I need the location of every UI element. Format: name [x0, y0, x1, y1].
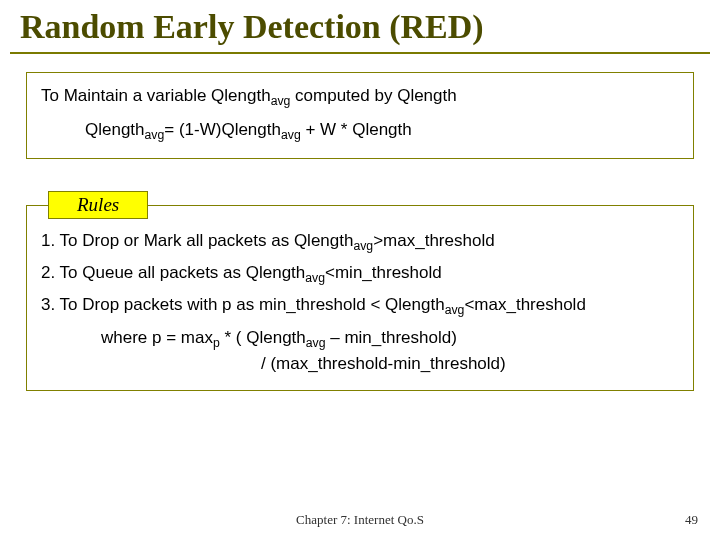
- rule1-sub: avg: [353, 240, 373, 254]
- definition-box: To Maintain a variable Qlengthavg comput…: [26, 72, 694, 159]
- rule1-a: 1. To Drop or Mark all packets as Qlengt…: [41, 231, 353, 250]
- def-sub1: avg: [271, 94, 291, 108]
- rule-3: 3. To Drop packets with p as min_thresho…: [41, 290, 679, 322]
- rule2-b: <min_threshold: [325, 263, 442, 282]
- where-line1: where p = maxp * ( Qlengthavg – min_thre…: [101, 326, 679, 353]
- rule-2: 2. To Queue all packets as Qlengthavg<mi…: [41, 258, 679, 290]
- rules-box: 1. To Drop or Mark all packets as Qlengt…: [26, 205, 694, 391]
- rule3-a: 3. To Drop packets with p as min_thresho…: [41, 295, 445, 314]
- where-c: – min_threshold): [326, 328, 457, 347]
- rule1-b: >max_threshold: [373, 231, 494, 250]
- rules-label: Rules: [48, 191, 148, 219]
- where-line2: / (max_threshold-min_threshold): [261, 352, 679, 376]
- slide: Random Early Detection (RED) To Maintain…: [0, 0, 720, 540]
- title-underline: [10, 52, 710, 54]
- formula-b: = (1-W)Qlength: [164, 120, 281, 139]
- footer-page-number: 49: [685, 512, 698, 528]
- formula-line: Qlengthavg= (1-W)Qlengthavg + W * Qlengt…: [85, 117, 679, 145]
- rule3-sub: avg: [445, 303, 465, 317]
- definition-line: To Maintain a variable Qlengthavg comput…: [41, 83, 679, 111]
- where-block: where p = maxp * ( Qlengthavg – min_thre…: [101, 326, 679, 376]
- rule2-sub: avg: [305, 272, 325, 286]
- def-text-b: computed by Qlength: [290, 86, 456, 105]
- rule-1: 1. To Drop or Mark all packets as Qlengt…: [41, 226, 679, 258]
- formula-c: + W * Qlength: [301, 120, 412, 139]
- slide-title: Random Early Detection (RED): [20, 8, 700, 46]
- where-b: * ( Qlength: [220, 328, 306, 347]
- title-area: Random Early Detection (RED): [0, 0, 720, 52]
- formula-sub2: avg: [281, 128, 301, 142]
- footer-chapter: Chapter 7: Internet Qo.S: [0, 512, 720, 528]
- rule2-a: 2. To Queue all packets as Qlength: [41, 263, 305, 282]
- where-a: where p = max: [101, 328, 213, 347]
- where-sub2: avg: [306, 336, 326, 350]
- def-text-a: To Maintain a variable Qlength: [41, 86, 271, 105]
- where-sub1: p: [213, 336, 220, 350]
- rules-area: Rules 1. To Drop or Mark all packets as …: [26, 205, 694, 391]
- formula-a: Qlength: [85, 120, 145, 139]
- formula-sub1: avg: [145, 128, 165, 142]
- rule3-b: <max_threshold: [464, 295, 585, 314]
